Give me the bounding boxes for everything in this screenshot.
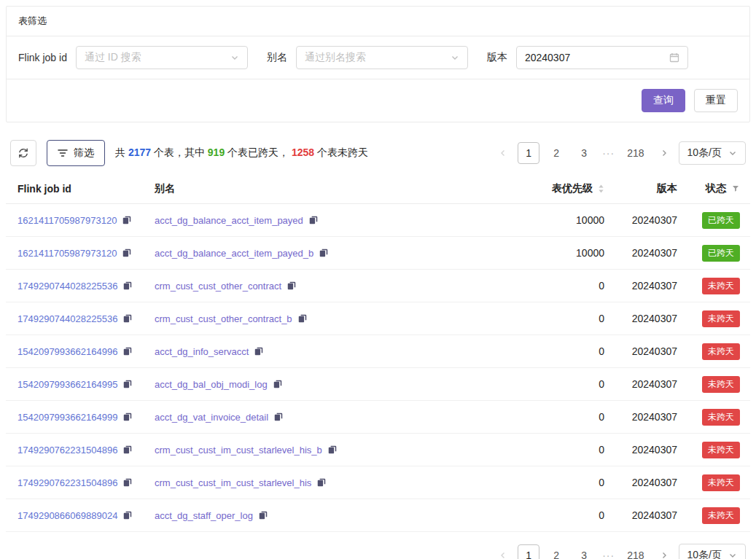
page-ellipsis[interactable]: ··· [601,147,616,159]
copy-icon[interactable] [122,510,133,520]
status-badge: 未跨天 [702,409,740,426]
copy-icon[interactable] [316,477,327,488]
cell-flink-job-id: 1542097993662164995 [6,379,149,390]
flink-job-id-link[interactable]: 1749290744028225536 [17,313,117,324]
priority-value: 0 [523,477,610,488]
copy-icon[interactable] [122,445,133,455]
prev-page-button[interactable] [494,544,512,559]
filter-funnel-icon[interactable] [731,184,740,193]
version-value: 20240307 [610,313,683,324]
page-button-218[interactable]: 218 [622,544,649,559]
flink-job-id-select[interactable]: 通过 ID 搜索 [76,46,248,69]
alias-link[interactable]: crm_cust_cust_im_cust_starlevel_his [155,477,311,488]
alias-link[interactable]: crm_cust_cust_other_contract [155,281,281,292]
alias-link[interactable]: acct_dg_balance_acct_item_payed_b [155,248,313,259]
page-button-3[interactable]: 3 [573,544,595,559]
copy-icon[interactable] [122,215,132,225]
page-button-218[interactable]: 218 [622,142,649,164]
reset-button[interactable]: 重置 [694,89,738,112]
priority-value: 0 [523,411,610,423]
cell-status: 已跨天 [683,212,750,229]
alias-link[interactable]: acct_dg_vat_invoice_detail [155,412,268,423]
chevron-left-icon [499,551,507,559]
flink-job-id-link[interactable]: 1749290762231504896 [17,445,117,456]
copy-icon[interactable] [287,281,297,291]
copy-icon[interactable] [319,248,329,258]
status-badge: 未跨天 [702,376,740,393]
copy-icon[interactable] [297,313,308,324]
chevron-left-icon [499,149,507,157]
filter-toggle-button[interactable]: 筛选 [47,140,105,166]
alias-link[interactable]: acct_dg_staff_oper_log [155,510,253,521]
copy-icon[interactable] [258,510,268,520]
column-header-priority[interactable]: 表优先级 [523,182,610,195]
alias-link[interactable]: crm_cust_cust_im_cust_starlevel_his_b [155,445,322,456]
cell-flink-job-id: 1542097993662164996 [6,346,149,357]
query-button[interactable]: 查询 [642,89,685,112]
flink-job-id-link[interactable]: 1749290866069889024 [17,510,117,521]
cell-flink-job-id: 1621411705987973120 [6,215,149,226]
page-button-1[interactable]: 1 [518,142,539,164]
cell-status: 未跨天 [683,442,750,458]
flink-job-id-link[interactable]: 1542097993662164995 [17,379,117,390]
copy-icon[interactable] [254,346,264,356]
prev-page-button[interactable] [494,142,512,164]
sort-icon[interactable] [598,184,604,194]
flink-job-id-link[interactable]: 1621411705987973120 [17,248,117,259]
status-badge: 未跨天 [702,442,740,458]
flink-job-id-link[interactable]: 1542097993662164996 [17,346,117,357]
page-button-2[interactable]: 2 [545,544,567,559]
flink-job-id-link[interactable]: 1749290762231504896 [17,477,117,488]
alias-link[interactable]: acct_dg_info_servacct [155,346,249,357]
page-button-3[interactable]: 3 [573,142,595,164]
copy-icon[interactable] [122,346,133,356]
flink-job-id-link[interactable]: 1621411705987973120 [17,215,117,226]
priority-value: 0 [523,509,610,521]
cell-flink-job-id: 1542097993662164999 [6,412,149,423]
alias-link[interactable]: acct_dg_bal_obj_modi_log [155,379,268,390]
chevron-right-icon [660,149,669,157]
copy-icon[interactable] [273,412,284,422]
next-page-button[interactable] [655,142,673,164]
flink-job-id-link[interactable]: 1749290744028225536 [17,281,117,292]
page-size-select[interactable]: 10条/页 [679,141,746,165]
copy-icon[interactable] [122,281,133,291]
flink-job-id-link[interactable]: 1542097993662164999 [17,412,117,423]
column-header-status[interactable]: 状态 [683,182,750,195]
copy-icon[interactable] [122,248,132,258]
alias-select[interactable]: 通过别名搜索 [296,46,468,69]
priority-value: 0 [523,444,610,456]
flink-job-id-placeholder: 通过 ID 搜索 [85,51,141,64]
copy-icon[interactable] [122,313,133,324]
table-row: 1621411705987973120 acct_dg_balance_acct… [6,237,750,270]
page-button-2[interactable]: 2 [545,142,567,164]
page-ellipsis[interactable]: ··· [601,550,616,559]
copy-icon[interactable] [122,379,133,389]
page: 表筛选 Flink job id 通过 ID 搜索 别名 通过别名搜索 [0,0,756,559]
alias-link[interactable]: crm_cust_cust_other_contract_b [155,313,292,324]
page-size-select[interactable]: 10条/页 [679,544,746,559]
filter-lines-icon [58,149,68,157]
priority-value: 10000 [523,214,610,226]
version-label: 版本 [487,51,507,64]
priority-value: 0 [523,345,610,357]
column-header-alias: 别名 [149,182,523,195]
filter-card-title: 表筛选 [7,7,749,36]
cell-alias: acct_dg_balance_acct_item_payed [149,215,523,226]
copy-icon[interactable] [327,445,338,455]
page-button-1[interactable]: 1 [518,544,539,559]
version-date-input[interactable]: 20240307 [516,46,688,69]
cell-alias: crm_cust_cust_other_contract [149,281,523,292]
copy-icon[interactable] [122,412,133,422]
alias-link[interactable]: acct_dg_balance_acct_item_payed [155,215,303,226]
chevron-down-icon [728,551,737,559]
field-alias: 别名 通过别名搜索 [267,46,468,69]
copy-icon[interactable] [308,215,319,225]
copy-icon[interactable] [122,477,133,488]
refresh-button[interactable] [10,140,36,166]
chevron-down-icon [230,53,239,62]
version-value: 20240307 [610,247,683,259]
copy-icon[interactable] [273,379,283,389]
priority-value: 10000 [523,247,610,259]
next-page-button[interactable] [655,544,673,559]
